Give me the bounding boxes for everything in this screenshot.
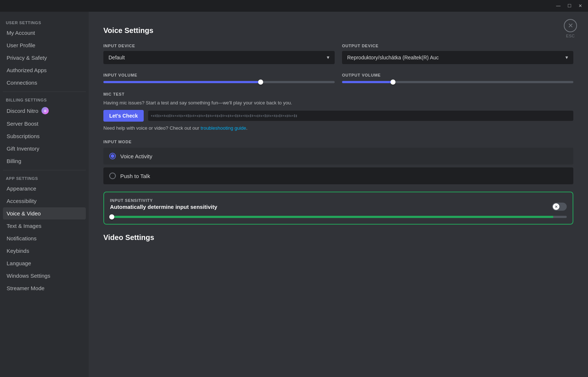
audio-bar <box>173 115 174 117</box>
audio-bar <box>235 114 236 117</box>
audio-bar <box>215 115 216 117</box>
toggle-knob: ✕ <box>553 203 559 210</box>
volume-row: INPUT VOLUME OUTPUT VOLUME <box>103 73 573 83</box>
audio-bar <box>213 115 214 117</box>
close-esc-button[interactable]: ✕ ESC <box>564 19 577 38</box>
sidebar-item-subscriptions[interactable]: Subscriptions <box>3 130 86 142</box>
sidebar-item-keybinds[interactable]: Keybinds <box>3 245 86 257</box>
audio-bar <box>237 115 238 117</box>
device-row: INPUT DEVICE Default ▼ OUTPUT DEVICE Rep… <box>103 44 573 64</box>
audio-bar <box>268 115 269 117</box>
audio-bar <box>279 114 280 117</box>
output-volume-thumb <box>390 80 396 85</box>
sidebar-item-text-images[interactable]: Text & Images <box>3 220 86 232</box>
sidebar-item-label: Windows Settings <box>7 273 50 279</box>
sidebar-item-server-boost[interactable]: Server Boost <box>3 118 86 130</box>
sidebar-item-connections[interactable]: Connections <box>3 77 86 89</box>
troubleshoot-text: Need help with voice or video? Check out… <box>103 125 573 131</box>
audio-bar <box>245 115 246 117</box>
sidebar-item-user-profile[interactable]: User Profile <box>3 39 86 51</box>
toggle-x-icon: ✕ <box>555 205 558 209</box>
audio-bar <box>252 115 253 117</box>
audio-bar <box>274 115 275 117</box>
audio-bar <box>285 115 286 117</box>
push-to-talk-option[interactable]: Push to Talk <box>103 167 573 184</box>
input-volume-thumb <box>258 80 263 85</box>
audio-bar <box>250 114 251 117</box>
audio-bar <box>294 114 295 117</box>
sidebar-item-label: Privacy & Safety <box>7 55 47 61</box>
sidebar-divider-1 <box>3 92 86 92</box>
push-to-talk-label: Push to Talk <box>120 173 150 179</box>
sidebar-item-notifications[interactable]: Notifications <box>3 232 86 244</box>
audio-bar <box>239 115 240 117</box>
sidebar-item-accessibility[interactable]: Accessibility <box>3 195 86 207</box>
audio-bar <box>292 115 293 117</box>
app-container: USER SETTINGS My Account User Profile Pr… <box>0 12 588 377</box>
sidebar-item-windows-settings[interactable]: Windows Settings <box>3 270 86 282</box>
main-content: ✕ ESC Voice Settings INPUT DEVICE Defaul… <box>89 12 588 377</box>
sidebar-item-privacy-safety[interactable]: Privacy & Safety <box>3 52 86 64</box>
troubleshoot-link[interactable]: troubleshooting guide <box>201 125 246 131</box>
input-volume-label: INPUT VOLUME <box>103 73 335 77</box>
sidebar-item-authorized-apps[interactable]: Authorized Apps <box>3 64 86 76</box>
output-device-group: OUTPUT DEVICE Reproduktory/sluchátka (Re… <box>342 44 573 64</box>
audio-bar <box>278 115 279 117</box>
input-mode-section: INPUT MODE Voice Activity Push to Talk <box>103 140 573 184</box>
sidebar-item-voice-video[interactable]: Voice & Video <box>3 207 86 219</box>
nitro-icon: ⊛ <box>41 107 49 114</box>
auto-sensitivity-toggle[interactable]: ✕ <box>552 203 567 211</box>
billing-settings-section-label: BILLING SETTINGS <box>3 95 86 104</box>
input-volume-slider[interactable] <box>103 81 335 83</box>
audio-bar <box>190 115 191 117</box>
sidebar-item-discord-nitro[interactable]: Discord Nitro ⊛ <box>3 104 86 117</box>
input-device-label: INPUT DEVICE <box>103 44 335 48</box>
minimize-button[interactable]: — <box>554 2 563 10</box>
input-device-group: INPUT DEVICE Default ▼ <box>103 44 335 64</box>
sidebar-item-billing[interactable]: Billing <box>3 155 86 167</box>
sidebar-item-language[interactable]: Language <box>3 257 86 269</box>
audio-bar <box>208 115 209 117</box>
lets-check-button[interactable]: Let's Check <box>103 110 144 122</box>
input-device-select[interactable]: Default <box>103 51 335 64</box>
voice-activity-label: Voice Activity <box>120 153 152 159</box>
audio-bar <box>186 115 187 117</box>
audio-bar <box>180 115 181 117</box>
sidebar-item-gift-inventory[interactable]: Gift Inventory <box>3 143 86 155</box>
close-circle-icon: ✕ <box>564 19 577 32</box>
audio-bar <box>248 115 249 117</box>
video-settings-title: Video Settings <box>103 233 573 242</box>
maximize-button[interactable]: ☐ <box>565 2 574 10</box>
input-sensitivity-box: INPUT SENSITIVITY Automatically determin… <box>103 192 573 225</box>
radio-fill <box>111 154 114 158</box>
sidebar-item-streamer-mode[interactable]: Streamer Mode <box>3 282 86 294</box>
sidebar-item-label: Gift Inventory <box>7 145 39 152</box>
sidebar-item-label: Appearance <box>7 185 36 192</box>
input-mode-label: INPUT MODE <box>103 140 573 144</box>
output-volume-slider[interactable] <box>342 81 573 83</box>
voice-activity-option[interactable]: Voice Activity <box>103 148 573 165</box>
audio-bar <box>221 114 222 117</box>
sidebar-item-appearance[interactable]: Appearance <box>3 182 86 195</box>
mic-test-label: MIC TEST <box>103 92 573 96</box>
audio-bar <box>241 115 242 117</box>
output-device-select[interactable]: Reproduktory/sluchátka (Realtek(R) Auc <box>342 51 573 64</box>
audio-bar <box>263 115 264 117</box>
sidebar-item-label: My Account <box>7 30 35 36</box>
sidebar-item-my-account[interactable]: My Account <box>3 27 86 39</box>
audio-bar <box>197 115 198 117</box>
sensitivity-slider[interactable] <box>110 216 567 218</box>
audio-bar <box>199 115 200 117</box>
audio-bar <box>232 115 233 117</box>
audio-bar <box>217 115 218 117</box>
output-device-dropdown-wrapper: Reproduktory/sluchátka (Realtek(R) Auc ▼ <box>342 51 573 64</box>
mic-test-section: MIC TEST Having mic issues? Start a test… <box>103 92 573 131</box>
audio-bar <box>287 115 288 117</box>
audio-bar <box>224 115 225 117</box>
window-close-button[interactable]: ✕ <box>576 2 585 10</box>
audio-bar <box>261 115 262 117</box>
audio-bar <box>206 114 207 117</box>
sidebar-item-label: Streamer Mode <box>7 285 44 291</box>
audio-bar <box>296 115 297 117</box>
audio-bar <box>188 114 189 117</box>
